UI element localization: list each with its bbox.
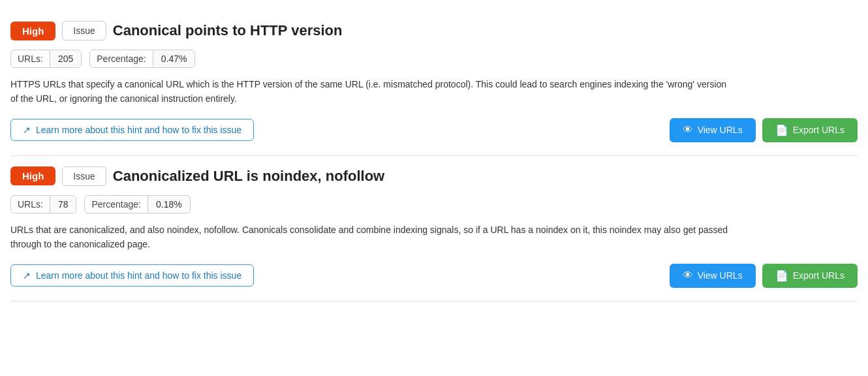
description-2: URLs that are canonicalized, and also no… bbox=[10, 223, 728, 252]
percentage-value-1: 0.47% bbox=[153, 50, 195, 67]
percentage-stat-1: Percentage: 0.47% bbox=[89, 50, 195, 68]
view-urls-button-1[interactable]: 👁 View URLs bbox=[670, 118, 756, 142]
urls-value-1: 205 bbox=[50, 50, 81, 67]
percentage-label-1: Percentage: bbox=[90, 50, 153, 67]
severity-badge-2: High bbox=[10, 166, 55, 185]
stats-row-2: URLs: 78 Percentage: 0.18% bbox=[10, 195, 858, 213]
btn-group-2: 👁 View URLs 📄 Export URLs bbox=[670, 264, 858, 288]
urls-stat-1: URLs: 205 bbox=[10, 50, 82, 68]
external-link-icon-2: ↗ bbox=[23, 270, 31, 281]
export-urls-label-1: Export URLs bbox=[793, 125, 845, 135]
export-icon-2: 📄 bbox=[775, 270, 788, 282]
urls-stat-2: URLs: 78 bbox=[10, 195, 76, 213]
type-badge-1: Issue bbox=[62, 21, 106, 40]
eye-icon-1: 👁 bbox=[683, 124, 693, 136]
urls-label-2: URLs: bbox=[11, 196, 50, 213]
urls-label-1: URLs: bbox=[11, 50, 50, 67]
external-link-icon-1: ↗ bbox=[23, 125, 31, 135]
view-urls-button-2[interactable]: 👁 View URLs bbox=[670, 264, 756, 288]
issue-block-2: High Issue Canonicalized URL is noindex,… bbox=[10, 156, 858, 302]
issue-title-2: Canonicalized URL is noindex, nofollow bbox=[113, 168, 384, 185]
eye-icon-2: 👁 bbox=[683, 270, 693, 281]
issue-title-1: Canonical points to HTTP version bbox=[113, 22, 343, 39]
export-urls-label-2: Export URLs bbox=[793, 270, 845, 281]
issue-header-1: High Issue Canonical points to HTTP vers… bbox=[10, 21, 858, 40]
learn-more-text-2: Learn more about this hint and how to fi… bbox=[36, 270, 241, 281]
urls-value-2: 78 bbox=[50, 196, 76, 213]
issue-header-2: High Issue Canonicalized URL is noindex,… bbox=[10, 166, 858, 186]
export-icon-1: 📄 bbox=[775, 124, 788, 136]
description-1: HTTPS URLs that specify a canonical URL … bbox=[10, 77, 728, 106]
view-urls-label-1: View URLs bbox=[698, 125, 743, 135]
percentage-stat-2: Percentage: 0.18% bbox=[84, 195, 190, 213]
percentage-value-2: 0.18% bbox=[147, 196, 190, 213]
learn-more-link-2[interactable]: ↗ Learn more about this hint and how to … bbox=[10, 264, 254, 287]
actions-row-1: ↗ Learn more about this hint and how to … bbox=[10, 118, 858, 142]
main-container: High Issue Canonical points to HTTP vers… bbox=[0, 0, 868, 312]
type-badge-2: Issue bbox=[62, 166, 106, 186]
learn-more-text-1: Learn more about this hint and how to fi… bbox=[36, 125, 241, 135]
stats-row-1: URLs: 205 Percentage: 0.47% bbox=[10, 50, 858, 68]
learn-more-link-1[interactable]: ↗ Learn more about this hint and how to … bbox=[10, 119, 254, 141]
btn-group-1: 👁 View URLs 📄 Export URLs bbox=[670, 118, 858, 142]
issue-block-1: High Issue Canonical points to HTTP vers… bbox=[10, 10, 858, 156]
severity-badge-1: High bbox=[10, 22, 55, 40]
percentage-label-2: Percentage: bbox=[85, 196, 147, 213]
actions-row-2: ↗ Learn more about this hint and how to … bbox=[10, 264, 858, 288]
view-urls-label-2: View URLs bbox=[698, 270, 743, 281]
export-urls-button-2[interactable]: 📄 Export URLs bbox=[762, 264, 858, 288]
export-urls-button-1[interactable]: 📄 Export URLs bbox=[762, 118, 858, 142]
